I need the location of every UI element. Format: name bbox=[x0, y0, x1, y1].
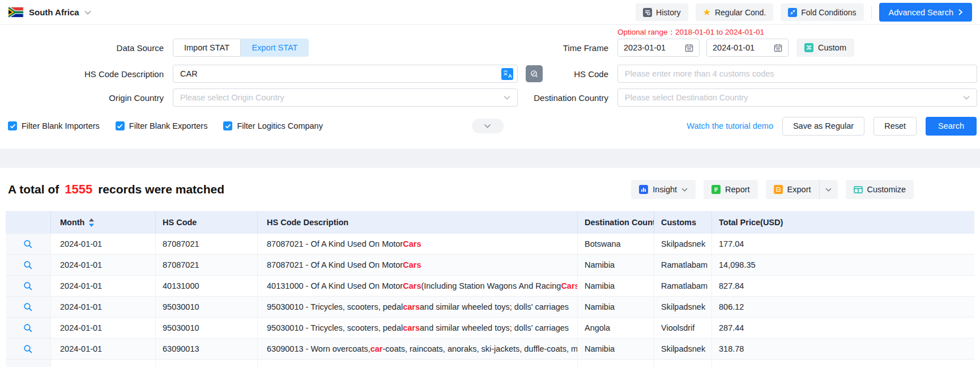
divider bbox=[871, 6, 872, 19]
cell-total-price: 806.12 bbox=[712, 297, 974, 317]
report-icon bbox=[711, 185, 721, 194]
cell-hs-code: 87087021 bbox=[156, 255, 258, 275]
table-row: 2024-01-018708702187087021 - Of A Kind U… bbox=[6, 234, 974, 255]
search-mode-icon[interactable] bbox=[526, 65, 543, 82]
history-icon bbox=[643, 8, 652, 17]
keyword-highlight: cars bbox=[403, 323, 420, 332]
insight-button[interactable]: Insight bbox=[631, 180, 696, 199]
chevron-down-icon bbox=[504, 95, 510, 100]
export-button[interactable]: Export bbox=[766, 180, 819, 199]
row-detail-cell[interactable] bbox=[6, 234, 51, 254]
hs-desc-input[interactable] bbox=[173, 65, 518, 83]
row-detail-cell[interactable] bbox=[6, 255, 51, 275]
cell-hs-code-description: 87087021 - Of A Kind Used On Motor Cars bbox=[258, 255, 578, 275]
header-expand-column bbox=[6, 211, 51, 234]
country-selector[interactable]: South Africa bbox=[8, 7, 91, 18]
search-form: Optional range：2018-01-01 to 2024-01-01 … bbox=[0, 25, 980, 149]
chevron-down-icon bbox=[963, 95, 970, 100]
filter-logitics-company-checkbox[interactable]: Filter Logitics Company bbox=[223, 121, 323, 130]
cell-hs-code: 95030010 bbox=[156, 297, 258, 317]
cell-empty bbox=[156, 360, 258, 367]
row-magnifier-icon[interactable] bbox=[23, 302, 33, 312]
optional-range-hint: Optional range：2018-01-01 to 2024-01-01 bbox=[617, 27, 980, 39]
filter-blank-exporters-checkbox[interactable]: Filter Blank Exporters bbox=[116, 121, 208, 130]
star-icon: ★ bbox=[703, 8, 711, 17]
collapse-filters-button[interactable] bbox=[472, 119, 504, 133]
tutorial-demo-link[interactable]: Watch the tutorial demo bbox=[687, 121, 773, 130]
cell-hs-code-description: 63090013 - Worn overcoats, car-coats, ra… bbox=[258, 339, 578, 359]
regular-cond-button[interactable]: ★ Regular Cond. bbox=[696, 3, 774, 21]
table-row: 2024-01-018708702187087021 - Of A Kind U… bbox=[6, 255, 974, 276]
translate-icon[interactable]: A bbox=[501, 68, 513, 80]
cell-destination-country: Namibia bbox=[578, 255, 654, 275]
cell-destination-country: Namibia bbox=[578, 339, 654, 359]
customize-icon bbox=[854, 186, 863, 193]
checkbox-checked-icon bbox=[116, 121, 125, 130]
destination-country-select[interactable]: Please select Destination Country bbox=[617, 88, 977, 107]
cell-destination-country: Namibia bbox=[578, 297, 654, 317]
custom-range-button[interactable]: ⌘ Custom bbox=[796, 39, 854, 57]
results-actions: Insight Report Export Cu bbox=[631, 180, 914, 199]
date-start-input[interactable]: 2023-01-01 bbox=[617, 39, 700, 57]
export-stat-option[interactable]: Export STAT bbox=[241, 39, 309, 57]
results-table: Month HS Code HS Code Description Destin… bbox=[6, 211, 974, 367]
report-button[interactable]: Report bbox=[704, 180, 758, 199]
header-month[interactable]: Month bbox=[51, 211, 156, 234]
save-as-regular-button[interactable]: Save as Regular bbox=[782, 117, 864, 136]
cell-customs: Skilpadsnek bbox=[654, 234, 712, 254]
import-stat-option[interactable]: Import STAT bbox=[173, 39, 241, 57]
cell-empty bbox=[712, 360, 974, 367]
reset-button[interactable]: Reset bbox=[874, 117, 917, 136]
cell-hs-code-description: 95030010 - Tricycles, scooters, pedal ca… bbox=[258, 297, 578, 317]
row-detail-cell[interactable] bbox=[6, 318, 51, 338]
row-magnifier-icon[interactable] bbox=[23, 239, 33, 249]
filter-blank-importers-checkbox[interactable]: Filter Blank Importers bbox=[8, 121, 100, 130]
cell-destination-country: Angola bbox=[578, 318, 654, 338]
row-detail-cell[interactable] bbox=[6, 339, 51, 359]
header-hs-code: HS Code bbox=[156, 211, 258, 234]
cell-destination-country: Namibia bbox=[578, 276, 654, 296]
date-end-input[interactable]: 2024-01-01 bbox=[706, 39, 789, 57]
cell-month: 2024-01-01 bbox=[51, 318, 156, 338]
chevron-down-icon bbox=[825, 188, 832, 192]
row-detail-cell[interactable] bbox=[6, 276, 51, 296]
search-button[interactable]: Search bbox=[926, 117, 977, 136]
checkbox-checked-icon bbox=[223, 121, 232, 130]
data-source-segmented: Import STAT Export STAT bbox=[173, 39, 309, 57]
fold-conditions-button[interactable]: Fold Conditions bbox=[781, 3, 863, 21]
keyword-highlight: Cars bbox=[403, 239, 421, 248]
row-magnifier-icon[interactable] bbox=[23, 281, 33, 291]
hs-code-label: HS Code bbox=[543, 69, 617, 79]
table-body: 2024-01-018708702187087021 - Of A Kind U… bbox=[6, 234, 974, 367]
origin-country-select[interactable]: Please select Origin Country bbox=[173, 88, 518, 107]
history-button[interactable]: History bbox=[636, 3, 688, 21]
country-name: South Africa bbox=[29, 7, 79, 17]
customize-button[interactable]: Customize bbox=[846, 180, 914, 199]
row-magnifier-icon[interactable] bbox=[23, 344, 33, 354]
cell-month: 2024-01-01 bbox=[51, 276, 156, 296]
hs-code-input[interactable] bbox=[617, 65, 977, 83]
cell-customs: Skilpadsnek bbox=[654, 297, 712, 317]
custom-icon: ⌘ bbox=[804, 43, 813, 52]
cell-customs: Vioolsdrif bbox=[654, 318, 712, 338]
section-divider bbox=[0, 149, 980, 168]
results-summary: A total of 1555 records were matched bbox=[8, 182, 224, 197]
header-hs-code-description: HS Code Description bbox=[258, 211, 578, 234]
cell-hs-code: 95030010 bbox=[156, 318, 258, 338]
cell-empty bbox=[258, 360, 578, 367]
topbar-actions: History ★ Regular Cond. Fold Conditions … bbox=[636, 3, 972, 22]
row-magnifier-icon[interactable] bbox=[23, 323, 33, 333]
cell-hs-code-description: 95030010 - Tricycles, scooters, pedal ca… bbox=[258, 318, 578, 338]
cell-hs-code: 40131000 bbox=[156, 276, 258, 296]
topbar: South Africa History ★ Regular Cond. Fol… bbox=[0, 0, 980, 25]
row-magnifier-icon[interactable] bbox=[23, 260, 33, 270]
cell-month: 2024-01-01 bbox=[51, 255, 156, 275]
cell-customs: Skilpadsnek bbox=[654, 339, 712, 359]
table-row: 2024-01-019503001095030010 - Tricycles, … bbox=[6, 297, 974, 318]
row-detail-cell[interactable] bbox=[6, 297, 51, 317]
export-menu-button[interactable] bbox=[820, 180, 838, 199]
header-customs: Customs bbox=[654, 211, 712, 234]
advanced-search-button[interactable]: Advanced Search bbox=[879, 3, 972, 22]
cell-total-price: 14,098.35 bbox=[712, 255, 974, 275]
sort-icon[interactable] bbox=[89, 218, 94, 227]
